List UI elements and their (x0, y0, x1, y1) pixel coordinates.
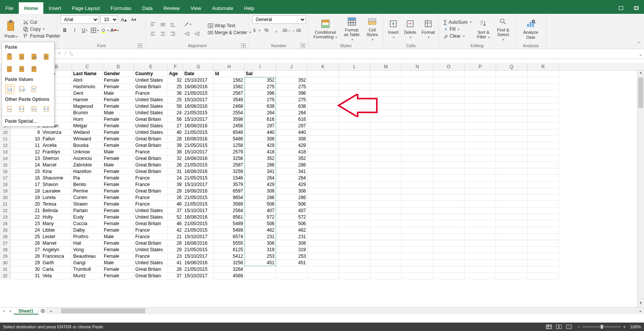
cell[interactable] (433, 142, 465, 149)
cell[interactable]: United States (134, 260, 168, 266)
vscroll-thumb[interactable] (638, 77, 643, 108)
cell[interactable]: 32 (168, 155, 183, 162)
cell[interactable] (433, 247, 465, 253)
cell[interactable] (465, 240, 496, 247)
cell[interactable] (433, 266, 465, 273)
cell[interactable]: 429 (276, 142, 307, 149)
cell[interactable]: 275 (276, 97, 307, 103)
paste-formatting-icon[interactable]: % (5, 104, 14, 114)
cell[interactable]: 24 (168, 110, 183, 116)
cell[interactable] (307, 129, 339, 136)
sheet-nav-next-icon[interactable]: ▸ (7, 309, 14, 313)
cell[interactable]: Curren (72, 194, 103, 201)
cell[interactable]: 5412 (214, 253, 245, 260)
cell[interactable]: 28 (168, 136, 183, 142)
cell[interactable] (370, 129, 402, 136)
cell[interactable] (527, 97, 559, 103)
cell[interactable] (496, 97, 527, 103)
cell[interactable] (527, 123, 559, 129)
cell[interactable]: Shavonne (41, 175, 72, 181)
number-format-select[interactable]: General (252, 15, 306, 24)
cell[interactable] (402, 168, 433, 175)
cell[interactable] (527, 129, 559, 136)
cell[interactable]: 20 (11, 201, 41, 207)
cell[interactable] (307, 234, 339, 240)
cell[interactable]: Female (103, 136, 134, 142)
cell[interactable]: Pia (72, 175, 103, 181)
cell[interactable]: Male (103, 149, 134, 155)
copy-button[interactable]: Copy▾ (21, 26, 62, 32)
cell[interactable] (433, 240, 465, 247)
font-color-button[interactable]: A▾ (110, 26, 119, 35)
cell[interactable] (527, 136, 559, 142)
cell[interactable]: 27 (11, 247, 41, 253)
cell[interactable]: Franklyn (41, 149, 72, 155)
cell[interactable] (339, 71, 370, 77)
cell[interactable] (370, 201, 402, 207)
cell[interactable] (465, 142, 496, 149)
page-break-view-icon[interactable] (564, 323, 573, 330)
sort-filter-button[interactable]: Sort & Filter ▾ (475, 18, 492, 40)
column-header[interactable]: O (433, 63, 465, 70)
formula-input[interactable] (75, 50, 637, 58)
cell[interactable] (402, 201, 433, 207)
paste-formulas-number-icon[interactable]: %fx (30, 52, 39, 61)
cell[interactable]: Id (214, 71, 245, 77)
cell[interactable]: Great Britain (134, 240, 168, 247)
cell[interactable]: France (134, 227, 168, 234)
cell[interactable] (433, 181, 465, 188)
cell[interactable] (370, 142, 402, 149)
cell[interactable] (496, 168, 527, 175)
row-header[interactable]: 19 (0, 188, 11, 194)
cell[interactable]: 32 (168, 77, 183, 84)
cell[interactable]: 6574 (214, 234, 245, 240)
cell[interactable] (370, 188, 402, 194)
cell[interactable]: 15/10/2017 (183, 149, 214, 155)
cell[interactable]: 21/05/2015 (183, 129, 214, 136)
cell[interactable] (527, 221, 559, 227)
cell[interactable]: 15/10/2017 (183, 207, 214, 214)
cell[interactable]: Hanner (72, 97, 103, 103)
cell[interactable] (465, 266, 496, 273)
cell[interactable]: 16/08/2016 (183, 214, 214, 221)
cell[interactable]: 29 (11, 260, 41, 266)
cancel-formula-icon[interactable]: ✕ (58, 51, 61, 57)
paste-formulas-icon[interactable]: fx (17, 52, 26, 61)
find-select-button[interactable]: Find & Select ▾ (494, 15, 512, 43)
cell[interactable] (465, 90, 496, 97)
cell[interactable] (370, 155, 402, 162)
cell[interactable] (496, 136, 527, 142)
cell[interactable]: 29 (168, 247, 183, 253)
cell[interactable] (307, 168, 339, 175)
cell[interactable]: 231 (245, 234, 276, 240)
cell[interactable]: 39 (168, 181, 183, 188)
cell[interactable] (527, 175, 559, 181)
cell[interactable] (527, 90, 559, 97)
cell[interactable] (370, 194, 402, 201)
scroll-up-icon[interactable]: ▲ (637, 71, 644, 77)
format-painter-button[interactable]: Format Painter (21, 33, 62, 39)
fx-icon[interactable]: fx (70, 51, 73, 57)
cell[interactable] (465, 234, 496, 240)
cell[interactable] (402, 123, 433, 129)
cell[interactable] (496, 234, 527, 240)
cell[interactable]: 31 (11, 273, 41, 279)
paste-keep-source-icon[interactable] (42, 52, 51, 61)
cell[interactable] (370, 234, 402, 240)
cell[interactable]: Lester (41, 234, 72, 240)
row-header[interactable]: 20 (0, 194, 11, 201)
cell[interactable]: France (134, 234, 168, 240)
cell[interactable]: 22 (11, 214, 41, 221)
cell[interactable] (402, 103, 433, 110)
cell[interactable]: Great Britain (134, 188, 168, 194)
cell[interactable]: Date (183, 71, 214, 77)
cell[interactable] (307, 123, 339, 129)
cell[interactable] (307, 221, 339, 227)
cell[interactable]: 462 (276, 227, 307, 234)
cell[interactable]: 231 (276, 234, 307, 240)
cell[interactable]: 10 (11, 136, 41, 142)
row-header[interactable]: 29 (0, 253, 11, 260)
cell[interactable]: 2468 (214, 103, 245, 110)
cell[interactable]: 3549 (214, 97, 245, 103)
cell[interactable] (339, 77, 370, 84)
